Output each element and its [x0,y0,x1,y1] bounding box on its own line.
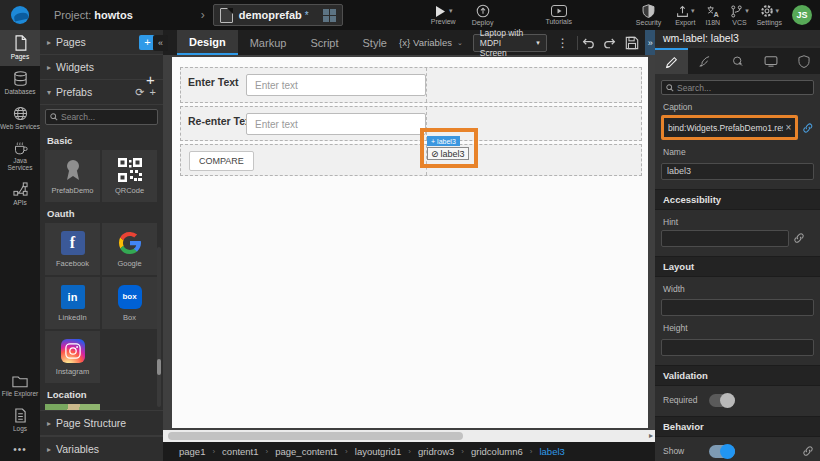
prefab-tile-linkedin[interactable]: in LinkedIn [45,277,100,329]
scroll-right-icon[interactable]: ▸ [649,431,653,440]
rail-item-file-explorer[interactable]: File Explorer [0,370,40,403]
tab-security[interactable] [787,48,820,74]
tutorials-button[interactable]: Tutorials [545,5,572,25]
breadcrumb-gridrow3[interactable]: gridrow3 [418,446,454,457]
grid-row-3[interactable]: COMPARE [180,144,642,176]
prefab-tile-box[interactable]: box Box [102,277,157,329]
breadcrumb-content1[interactable]: content1 [222,446,258,457]
widget-selection-highlight[interactable]: + label3 ⊘ label3 [420,128,478,168]
prefab-tile-google[interactable]: Google [102,223,157,275]
grid-row-2[interactable]: Re-enter Text [180,106,642,141]
prefab-tile-facebook[interactable]: f Facebook [45,223,100,275]
award-icon [62,158,84,182]
property-search-input[interactable] [677,83,809,93]
rail-item-web-services[interactable]: Web Services [0,101,40,136]
clear-bind-icon[interactable]: × [786,122,792,133]
panel-scrollbar[interactable] [157,247,161,407]
device-selector[interactable]: Laptop with MDPI Screen ▾ [473,34,547,52]
security-button[interactable]: Security [636,4,661,26]
tab-properties[interactable] [655,48,688,74]
box-icon: box [118,285,142,309]
bind-link-icon[interactable] [802,445,814,457]
i18n-button[interactable]: A I18N [705,5,720,26]
tab-device[interactable] [754,48,787,74]
accessibility-section[interactable]: Accessibility [655,189,820,210]
label3-widget[interactable]: ⊘ label3 [427,147,469,160]
tab-script[interactable]: Script [298,30,350,55]
name-input[interactable] [661,163,814,180]
horizontal-scrollbar[interactable]: ▸ [163,430,655,442]
rail-item-java-services[interactable]: Java Services [0,136,40,177]
more-options-icon[interactable]: ⋮ [557,36,569,50]
accordion-variables[interactable]: ▸ Variables [40,436,163,461]
redo-button[interactable] [603,36,617,49]
arrow-right-icon: ▸ [47,419,51,428]
layout-section[interactable]: Layout [655,256,820,277]
prefab-tile-qrcode[interactable]: QRCode [102,150,157,202]
tab-styles[interactable] [688,48,721,74]
expand-canvas-button[interactable]: » [645,30,655,55]
vcs-button[interactable]: ▾ VCS [730,5,749,26]
rail-item-logs[interactable]: Logs [0,403,40,438]
variables-menu[interactable]: {x} Variables ⌄ [399,37,463,48]
export-button[interactable]: ▾ Export [675,5,695,26]
breadcrumb: page1› content1› page_content1› layoutgr… [163,442,655,461]
undo-button[interactable] [581,36,595,49]
section-oauth: Oauth [40,202,163,223]
app-grid-icon[interactable] [323,9,336,22]
prefab-tile-instagram[interactable]: Instagram [45,331,100,383]
validation-section[interactable]: Validation [655,365,820,386]
bind-link-icon[interactable] [793,232,805,244]
breadcrumb-page-content1[interactable]: page_content1 [275,446,338,457]
grid-row-1[interactable]: Enter Text [180,67,642,103]
text-input-2[interactable] [246,113,426,135]
behavior-section[interactable]: Behavior [655,416,820,437]
prefab-search[interactable] [45,109,158,125]
design-canvas[interactable]: Enter Text Re-enter Text COMPARE [172,57,648,428]
widget-drag-handle[interactable]: + label3 [427,136,460,146]
preview-button[interactable]: ▾ Preview [431,6,456,25]
rail-item-apis[interactable]: APIs [0,177,40,212]
section-location: Location [40,383,163,404]
wavemaker-logo[interactable] [0,0,40,30]
prefab-search-input[interactable] [61,112,153,122]
rail-item-pages[interactable]: Pages [0,30,40,66]
rail-more-button[interactable]: ••• [0,438,40,461]
refresh-icon[interactable]: ⟳ [135,86,144,99]
breadcrumb-gridcolumn6[interactable]: gridcolumn6 [471,446,523,457]
app-selector[interactable]: demoprefab * [213,4,343,26]
compare-button[interactable]: COMPARE [189,151,254,171]
accordion-pages[interactable]: ▸ Pages + [40,30,163,55]
scrollbar-thumb[interactable] [168,432,463,440]
tab-markup[interactable]: Markup [238,30,299,55]
prefab-tile-map[interactable] [45,404,100,410]
tab-design[interactable]: Design [177,30,238,55]
bind-link-icon[interactable] [802,122,814,134]
caption-input[interactable] [668,123,783,133]
property-search[interactable] [661,80,814,95]
api-nodes-icon [13,182,28,197]
collapse-panel-button[interactable]: « [153,35,168,51]
tab-events[interactable] [721,48,754,74]
text-input-1[interactable] [246,74,426,96]
settings-button[interactable]: ▾ Settings [757,4,782,26]
deploy-button[interactable]: Deploy [472,4,494,26]
accordion-widgets[interactable]: ▸ Widgets [40,55,163,80]
save-button[interactable] [625,36,639,50]
required-toggle[interactable] [709,394,735,407]
show-toggle[interactable] [709,445,735,458]
width-input[interactable] [661,299,814,316]
hint-input[interactable] [661,230,789,247]
breadcrumb-label3[interactable]: label3 [539,446,564,457]
accordion-page-structure[interactable]: ▸ Page Structure [40,411,163,436]
accordion-prefabs[interactable]: ▾ Prefabs ⟳ + [40,80,163,105]
canvas-add-icon[interactable]: + [146,71,155,88]
breadcrumb-layoutgrid1[interactable]: layoutgrid1 [355,446,401,457]
folder-icon [12,375,28,388]
user-avatar[interactable]: JS [792,5,812,25]
breadcrumb-page1[interactable]: page1 [179,446,205,457]
prefab-tile-prefabdemo[interactable]: PrefabDemo [45,150,100,202]
tab-style[interactable]: Style [351,30,399,55]
rail-item-databases[interactable]: Databases [0,66,40,101]
height-input[interactable] [661,339,814,356]
